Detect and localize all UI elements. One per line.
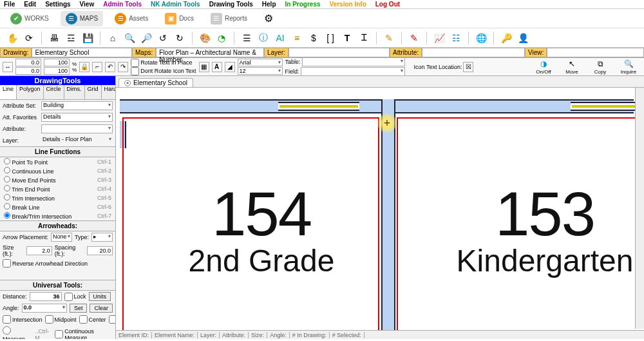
- func-trim-int[interactable]: Trim IntersectionCtrl-5: [0, 193, 115, 202]
- menu-file[interactable]: File: [4, 1, 15, 8]
- cont-measure-check[interactable]: Continuous Measure: [55, 328, 113, 340]
- tab-polygon[interactable]: Polygon: [17, 85, 44, 99]
- bracket-icon[interactable]: [ ]: [325, 32, 336, 44]
- list-icon[interactable]: ☰: [241, 32, 252, 44]
- menu-admin-tools[interactable]: Admin Tools: [103, 1, 142, 8]
- func-cont-line[interactable]: Continuous LineCtrl-2: [0, 166, 115, 175]
- rotate-in-place-check[interactable]: Rotate Text In Place: [131, 59, 196, 67]
- arrow-spacing-input[interactable]: [87, 246, 113, 255]
- copy-button[interactable]: ⧉Copy: [587, 59, 613, 75]
- drawing-canvas[interactable]: 154 2nd Grade 153 Kindergarten: [116, 88, 644, 339]
- distance-input[interactable]: [30, 292, 62, 301]
- tab-line[interactable]: Line: [0, 85, 17, 99]
- arrow-size-input[interactable]: [26, 246, 52, 255]
- nav-docs[interactable]: ▣Docs: [160, 11, 199, 26]
- letter-icon[interactable]: A: [212, 62, 222, 72]
- hold-check[interactable]: Hold: [109, 315, 116, 324]
- lock-check[interactable]: Lock: [64, 293, 86, 301]
- nav-works[interactable]: ✔WORKS: [5, 11, 54, 26]
- hand-icon[interactable]: ✋: [6, 32, 18, 44]
- onoff-button[interactable]: ◑On/Off: [531, 59, 556, 75]
- pct-bot[interactable]: [44, 67, 70, 75]
- font-select[interactable]: Arial: [238, 59, 283, 66]
- close-tab-icon[interactable]: ×: [124, 80, 131, 86]
- menu-log-out[interactable]: Log Out: [375, 1, 400, 8]
- reverse-arrow-check[interactable]: Reverse Arrowhead Direction: [0, 258, 115, 268]
- ai-icon[interactable]: AI: [274, 32, 286, 44]
- stats-icon[interactable]: ≡: [291, 32, 303, 44]
- menu-version-info[interactable]: Version Info: [330, 1, 366, 8]
- tab-grid[interactable]: Grid: [85, 85, 102, 99]
- arrow-placement-select[interactable]: None: [51, 233, 72, 242]
- units-button[interactable]: Units: [89, 292, 111, 301]
- pct-top[interactable]: [44, 59, 70, 66]
- dimension-icon[interactable]: ↔: [3, 62, 13, 72]
- tab-hardware[interactable]: Hardware: [102, 85, 116, 99]
- text-icon[interactable]: T: [341, 32, 353, 44]
- key-icon[interactable]: 🔑: [500, 32, 512, 44]
- midpoint-check[interactable]: Midpoint: [45, 315, 77, 324]
- calendar-icon[interactable]: ☷: [450, 32, 462, 44]
- func-trim-end[interactable]: Trim End PointCtrl-4: [0, 184, 115, 193]
- nav-assets[interactable]: ☰Assets: [109, 11, 153, 26]
- grid-icon[interactable]: ▦: [199, 62, 209, 72]
- menu-settings[interactable]: Settings: [45, 1, 70, 8]
- menu-nk-admin-tools[interactable]: NK Admin Tools: [151, 1, 200, 8]
- layer-value[interactable]: [289, 48, 390, 57]
- func-move-end[interactable]: Move End PointsCtrl-3: [0, 175, 115, 184]
- att-fav-select[interactable]: Details: [41, 113, 113, 122]
- chart-icon[interactable]: ◔: [216, 32, 227, 44]
- inquire-button[interactable]: 🔍Inquire: [616, 59, 641, 75]
- move-button[interactable]: ↖Move: [559, 59, 585, 75]
- func-p2p[interactable]: Point To PointCtrl-1: [0, 157, 115, 166]
- print-icon[interactable]: 🖶: [48, 32, 60, 44]
- info-icon[interactable]: ⓘ: [258, 32, 269, 44]
- func-break-trim-int[interactable]: Break/Trim IntersectionCtrl-7: [0, 211, 115, 220]
- zoom-out-icon[interactable]: 🔍: [124, 32, 135, 44]
- tab-dims[interactable]: Dims.: [64, 85, 85, 99]
- attr-set-select[interactable]: Building: [41, 101, 113, 110]
- pencil-icon[interactable]: ✎: [383, 32, 395, 44]
- field-select[interactable]: [301, 67, 405, 76]
- save-icon[interactable]: 💾: [82, 32, 93, 44]
- view-value[interactable]: [547, 48, 644, 57]
- value-top[interactable]: [15, 59, 41, 66]
- vertical-scrollbar[interactable]: [635, 88, 644, 329]
- palette-icon[interactable]: 🎨: [199, 32, 211, 44]
- tab-circle[interactable]: Circle: [44, 85, 64, 99]
- area-icon[interactable]: ◢: [225, 62, 235, 72]
- zoom-next-icon[interactable]: ↻: [174, 32, 185, 44]
- attribute-value[interactable]: [422, 48, 525, 57]
- zoom-in-icon[interactable]: 🔎: [140, 32, 152, 44]
- center-check[interactable]: Center: [79, 315, 106, 324]
- graph-icon[interactable]: 📈: [433, 32, 445, 44]
- red-pencil-icon[interactable]: ✎: [408, 32, 420, 44]
- font-size-select[interactable]: 12: [238, 67, 283, 75]
- zoom-prev-icon[interactable]: ↺: [157, 32, 169, 44]
- value-bot[interactable]: [15, 67, 41, 75]
- queue-icon[interactable]: ☲: [65, 32, 77, 44]
- menu-help[interactable]: Help: [262, 1, 276, 8]
- refresh-icon[interactable]: ⟳: [23, 32, 35, 44]
- table-select[interactable]: [302, 57, 405, 66]
- dont-rotate-icon-check[interactable]: Dont Rotate Icon Text: [131, 67, 196, 75]
- menu-in-progress[interactable]: In Progress: [285, 1, 321, 8]
- cursor-icon[interactable]: Ꮖ: [358, 32, 370, 44]
- angle-select[interactable]: 0.0: [22, 304, 67, 313]
- intersection-check[interactable]: Intersection: [3, 315, 43, 324]
- nav-maps[interactable]: ☰MAPS: [61, 11, 103, 26]
- nav-reports[interactable]: ☰Reports: [205, 11, 252, 26]
- menu-drawing-tools[interactable]: Drawing Tools: [209, 1, 253, 8]
- arrow-type-select[interactable]: ▸: [91, 233, 113, 242]
- document-tab[interactable]: × Elementary School: [118, 78, 193, 87]
- maps-value[interactable]: Floor Plan – Architectural Name & Number: [156, 48, 264, 57]
- globe-icon[interactable]: 🌐: [475, 32, 487, 44]
- rotate-right-icon[interactable]: ↷: [118, 62, 128, 72]
- home-icon[interactable]: ⌂: [107, 32, 118, 44]
- attribute-select[interactable]: [41, 124, 113, 133]
- gear-icon[interactable]: ⚙: [263, 13, 274, 24]
- rotate-left-icon[interactable]: ↶: [105, 62, 115, 72]
- corner-icon[interactable]: ⌐: [92, 62, 102, 72]
- drawing-value[interactable]: Elementary School: [32, 48, 132, 57]
- func-break-line[interactable]: Break LineCtrl-6: [0, 202, 115, 211]
